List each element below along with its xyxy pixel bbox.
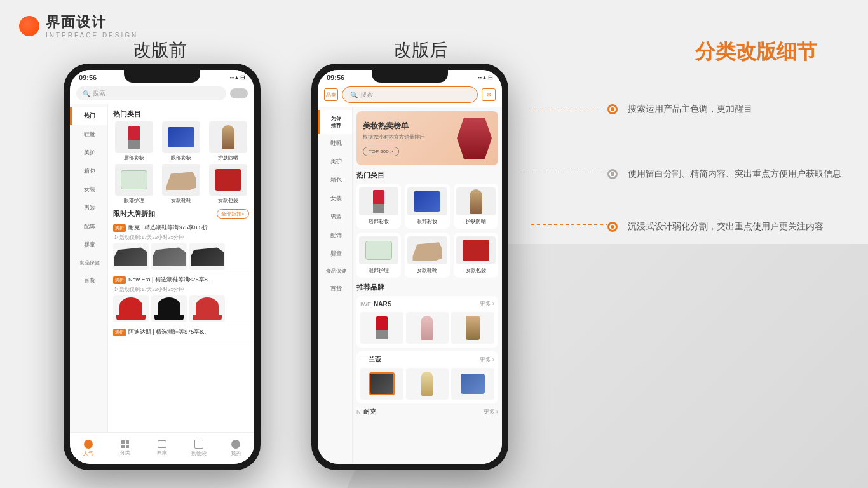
after-sidebar-beauty[interactable]: 美护 <box>318 152 352 171</box>
discount-name-2: New Era | 精选潮鞋等满$75享8... <box>128 276 212 284</box>
nav-item-cart[interactable]: 购物袋 <box>180 433 217 464</box>
nav-label-profile: 我的 <box>231 450 241 457</box>
annotation-dot-2 <box>607 169 618 179</box>
sidebar-item-womens[interactable]: 女装 <box>70 180 107 199</box>
sidebar-item-food[interactable]: 食品保健 <box>70 254 107 271</box>
logo-icon <box>19 16 39 36</box>
after-cat-img-lip <box>359 187 398 215</box>
sidebar-item-hot[interactable]: 热门 <box>70 107 107 125</box>
after-cat-item-eyecare[interactable]: 眼部护理 <box>356 233 401 278</box>
sidebar-item-shoes[interactable]: 鞋靴 <box>70 125 107 144</box>
after-sidebar-womens[interactable]: 女装 <box>318 189 352 208</box>
cat-item-eyecare[interactable]: 眼部护理 <box>112 164 156 204</box>
discount-item-1[interactable]: 满折 耐克 | 精选潮鞋等满$75享8.5折 ⏱ 活动仅剩:17天22小时35分… <box>108 221 254 273</box>
phone-before-frame: 09:56 ▪▪ ▴ ⊟ 🔍 搜索 热门 鞋靴 美护 箱包 女装 <box>64 64 261 470</box>
cat-item-lip[interactable]: 唇部彩妆 <box>112 121 156 161</box>
after-banner[interactable]: 美妆热卖榜单 根据72小时内官方销量排行 TOP 200 > <box>356 111 498 165</box>
after-cat-grid: 唇部彩妆 眼部彩妆 护肤防晒 <box>356 184 498 278</box>
sale-tag-2: 满折 <box>113 276 126 284</box>
nav-item-category[interactable]: 分类 <box>107 433 144 464</box>
discount-all-btn[interactable]: 全部折扣> <box>217 209 249 219</box>
discount-item-3[interactable]: 满折 阿迪达斯 | 精选潮鞋等$75享8... <box>108 325 254 341</box>
after-cat-img-heels <box>407 236 447 264</box>
brand-more-lancome[interactable]: 更多 › <box>480 356 495 364</box>
profile-icon <box>231 440 240 449</box>
banner-cta[interactable]: TOP 200 > <box>363 147 399 156</box>
after-sidebar-foryou[interactable]: 为你推荐 <box>318 110 352 134</box>
shoes-row-2 <box>113 295 249 322</box>
sidebar-item-beauty[interactable]: 美护 <box>70 144 107 162</box>
cat-item-skin[interactable]: 护肤防晒 <box>206 121 250 161</box>
after-cat-item-lip[interactable]: 唇部彩妆 <box>356 184 401 229</box>
discount-item-2[interactable]: 满折 New Era | 精选潮鞋等满$75享8... ⏱ 活动仅剩:17天22… <box>108 273 254 325</box>
lancome-product-1 <box>360 368 403 400</box>
after-sidebar-accessories[interactable]: 配饰 <box>318 226 352 245</box>
discount-item-header-2: 满折 New Era | 精选潮鞋等满$75享8... <box>113 276 249 284</box>
cat-img-eyecare <box>115 164 153 196</box>
cat-img-eye <box>162 121 200 153</box>
nav-label-cart: 购物袋 <box>191 450 207 457</box>
brand-products-lancome <box>360 368 494 400</box>
annotation-line-1 <box>531 107 607 107</box>
after-cat-label-bag: 女款包袋 <box>456 267 496 274</box>
cat-item-eye[interactable]: 眼部彩妆 <box>159 121 203 161</box>
cat-item-bag[interactable]: 女款包袋 <box>206 164 250 204</box>
after-top-icon[interactable]: 品类 <box>324 88 338 101</box>
search-toggle[interactable] <box>230 88 248 98</box>
banner-lipstick-img <box>457 118 492 159</box>
cat-label-heels: 女款鞋靴 <box>159 197 203 204</box>
header: 界面设计 INTERFACE DESIGN <box>19 13 138 39</box>
brand-more-nike[interactable]: 更多 › <box>484 408 499 416</box>
after-cat-item-eye[interactable]: 眼部彩妆 <box>405 184 449 229</box>
after-sidebar-luggage[interactable]: 箱包 <box>318 171 352 189</box>
brand-card-lancome[interactable]: — 兰蔻 更多 › <box>356 351 498 403</box>
after-sidebar-shoes[interactable]: 鞋靴 <box>318 134 352 152</box>
after-content: 为你推荐 鞋靴 美护 箱包 女装 男装 配饰 婴童 食品保健 百货 <box>318 107 502 464</box>
sidebar-item-dept[interactable]: 百货 <box>70 271 107 290</box>
sidebar-item-baby[interactable]: 婴童 <box>70 236 107 254</box>
after-cat-item-heels[interactable]: 女款鞋靴 <box>405 233 449 278</box>
after-sidebar-dept[interactable]: 百货 <box>318 280 352 298</box>
lancome-product-3 <box>451 368 494 400</box>
sidebar-item-mens[interactable]: 男装 <box>70 199 107 217</box>
nav-item-popular[interactable]: 人气 <box>70 433 107 464</box>
cat-section-title: 热门类目 <box>108 104 254 121</box>
annotation-2: 使用留白分割、精简内容、突出重点方便用户获取信息 <box>607 166 849 180</box>
cat-label-eyecare: 眼部护理 <box>112 197 156 204</box>
after-cat-title: 热门类目 <box>356 170 498 180</box>
after-cat-item-skin[interactable]: 护肤防晒 <box>454 184 498 229</box>
discount-name-3: 阿迪达斯 | 精选潮鞋等$75享8... <box>128 328 208 336</box>
brand-name-nars: NARS <box>374 301 391 308</box>
before-main: 热门类目 唇部彩妆 <box>108 104 254 463</box>
cat-img-heels <box>162 164 200 196</box>
before-search-input[interactable]: 🔍 搜索 <box>76 86 226 100</box>
cat-label-lip: 唇部彩妆 <box>112 154 156 161</box>
nav-item-merchant[interactable]: 商家 <box>144 433 180 464</box>
brand-title: 推荐品牌 <box>356 283 384 292</box>
after-top-bar: 品类 🔍 搜索 ✉ <box>318 83 502 107</box>
shoes-row-1 <box>113 243 249 270</box>
after-cat-label-heels: 女款鞋靴 <box>407 267 447 274</box>
nav-label-merchant: 商家 <box>157 449 167 456</box>
sidebar-item-luggage[interactable]: 箱包 <box>70 162 107 180</box>
after-msg-icon[interactable]: ✉ <box>482 88 496 101</box>
hat-img-2b <box>151 295 187 322</box>
after-sidebar-baby[interactable]: 婴童 <box>318 245 352 263</box>
after-sidebar-mens[interactable]: 男装 <box>318 208 352 226</box>
before-search-bar: 🔍 搜索 <box>70 83 254 104</box>
banner-sub: 根据72小时内官方销量排行 <box>363 133 457 140</box>
phone-notch <box>124 70 200 83</box>
nav-item-profile[interactable]: 我的 <box>217 433 254 464</box>
status-time: 09:56 <box>79 74 97 81</box>
shoe-img-1a <box>113 243 149 270</box>
brand-more-nars[interactable]: 更多 › <box>480 300 495 308</box>
cat-item-heels[interactable]: 女款鞋靴 <box>159 164 203 204</box>
sidebar-item-accessories[interactable]: 配饰 <box>70 217 107 236</box>
annotation-text-2: 使用留白分割、精简内容、突出重点方便用户获取信息 <box>628 166 841 180</box>
after-search-placeholder: 搜索 <box>360 90 373 99</box>
brand-card-nars[interactable]: IWE NARS 更多 › <box>356 296 498 348</box>
annotation-text-1: 搜索运用产品主色调，更加醒目 <box>628 102 752 116</box>
after-sidebar-food[interactable]: 食品保健 <box>318 263 352 280</box>
after-search-input[interactable]: 🔍 搜索 <box>342 86 478 103</box>
after-cat-item-bag[interactable]: 女款包袋 <box>454 233 498 278</box>
